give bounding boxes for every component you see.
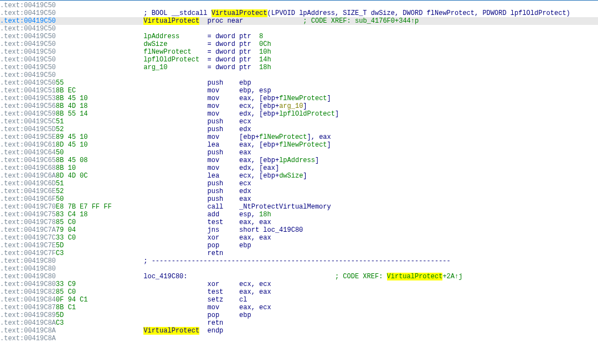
address[interactable]: .text:00419C5E xyxy=(0,133,56,141)
instruction[interactable]: push eax xyxy=(143,149,251,157)
address[interactable]: .text:00419C61 xyxy=(0,141,56,149)
disasm-line[interactable]: .text:00419C59 8B 55 14 mov edx, [ebp+lp… xyxy=(0,110,598,118)
disasm-line[interactable]: .text:00419C82 85 C0 test eax, eax xyxy=(0,288,598,296)
disasm-line[interactable]: .text:00419C78 85 C0 test eax, eax xyxy=(0,219,598,226)
disasm-line[interactable]: .text:00419C7A 79 04 jns short loc_419C8… xyxy=(0,226,598,234)
address[interactable]: .text:00419C5C xyxy=(0,118,56,126)
address[interactable]: .text:00419C6D xyxy=(0,180,56,188)
address[interactable]: .text:00419C5D xyxy=(0,126,56,133)
instruction[interactable]: retn xyxy=(143,319,223,327)
address[interactable]: .text:00419C50 xyxy=(0,33,56,40)
instruction[interactable]: test eax, eax xyxy=(143,288,271,296)
address[interactable]: .text:00419C50 xyxy=(0,17,56,25)
disasm-line[interactable]: .text:00419C80 xyxy=(0,265,598,273)
address[interactable]: .text:00419C50 xyxy=(0,64,56,71)
disasm-line[interactable]: .text:00419C6E 52 push edx xyxy=(0,188,598,195)
instruction[interactable]: jns short loc_419C80 xyxy=(143,226,303,234)
address[interactable]: .text:00419C87 xyxy=(0,304,56,311)
address[interactable]: .text:00419C70 xyxy=(0,203,56,211)
address[interactable]: .text:00419C50 xyxy=(0,2,56,9)
highlighted-symbol[interactable]: VirtualProtect xyxy=(387,273,443,280)
instruction[interactable]: arg_10 = dword ptr 18h xyxy=(143,64,271,71)
disasm-line[interactable]: .text:00419C5E 89 45 10 mov [ebp+flNewPr… xyxy=(0,133,598,141)
disasm-line[interactable]: .text:00419C50 lpAddress = dword ptr 8 xyxy=(0,33,598,40)
instruction[interactable]: loc_419C80: ; CODE XREF: VirtualProtect+… xyxy=(143,273,462,280)
disasm-line[interactable]: .text:00419C6D 51 push ecx xyxy=(0,180,598,188)
instruction[interactable]: push eax xyxy=(143,195,251,203)
disasm-line[interactable]: .text:00419C5D 52 push edx xyxy=(0,126,598,133)
address[interactable]: .text:00419C50 xyxy=(0,71,56,79)
disasm-line[interactable]: .text:00419C6F 50 push eax xyxy=(0,195,598,203)
address[interactable]: .text:00419C59 xyxy=(0,110,56,118)
address[interactable]: .text:00419C6A xyxy=(0,172,56,180)
disasm-line[interactable]: .text:00419C75 83 C4 18 add esp, 18h xyxy=(0,211,598,219)
disasm-line[interactable]: .text:00419C50 dwSize = dword ptr 0Ch xyxy=(0,40,598,48)
address[interactable]: .text:00419C68 xyxy=(0,164,56,172)
disasm-line[interactable]: .text:00419C80 33 C9 xor ecx, ecx xyxy=(0,280,598,288)
address[interactable]: .text:00419C80 xyxy=(0,280,56,288)
disasm-line[interactable]: .text:00419C6A 8D 4D 0C lea ecx, [ebp+dw… xyxy=(0,172,598,180)
instruction[interactable]: mov eax, [ebp+lpAddress] xyxy=(143,157,319,164)
disasm-line[interactable]: .text:00419C5C 51 push ecx xyxy=(0,118,598,126)
instruction[interactable]: push ecx xyxy=(143,180,251,188)
instruction[interactable]: retn xyxy=(143,249,223,257)
instruction[interactable]: push ecx xyxy=(143,118,251,126)
address[interactable]: .text:00419C8A xyxy=(0,319,56,327)
instruction[interactable]: lea eax, [ebp+flNewProtect] xyxy=(143,141,331,149)
address[interactable]: .text:00419C50 xyxy=(0,25,56,33)
disasm-line[interactable]: .text:00419C80 loc_419C80: ; CODE XREF: … xyxy=(0,273,598,280)
instruction[interactable]: test eax, eax xyxy=(143,219,271,226)
address[interactable]: .text:00419C7E xyxy=(0,242,56,249)
address[interactable]: .text:00419C84 xyxy=(0,296,56,304)
disasm-line[interactable]: .text:00419C84 0F 94 C1 setz cl xyxy=(0,296,598,304)
instruction[interactable]: lpflOldProtect = dword ptr 14h xyxy=(143,56,271,64)
address[interactable]: .text:00419C50 xyxy=(0,40,56,48)
disasm-line[interactable]: .text:00419C8A xyxy=(0,335,598,342)
address[interactable]: .text:00419C50 xyxy=(0,9,56,17)
instruction[interactable]: xor ecx, ecx xyxy=(143,280,271,288)
address[interactable]: .text:00419C80 xyxy=(0,257,56,265)
instruction[interactable]: ; BOOL __stdcall VirtualProtect(LPVOID l… xyxy=(143,9,570,17)
disasm-line[interactable]: .text:00419C89 5D pop ebp xyxy=(0,311,598,319)
disasm-line[interactable]: .text:00419C87 8B C1 mov eax, ecx xyxy=(0,304,598,311)
instruction[interactable]: VirtualProtect proc near ; CODE XREF: su… xyxy=(143,17,419,25)
address[interactable]: .text:00419C6E xyxy=(0,188,56,195)
highlighted-symbol[interactable]: VirtualProtect xyxy=(143,327,199,335)
address[interactable]: .text:00419C80 xyxy=(0,273,56,280)
disasm-line[interactable]: .text:00419C53 8B 45 10 mov eax, [ebp+fl… xyxy=(0,95,598,102)
address[interactable]: .text:00419C50 xyxy=(0,48,56,56)
instruction[interactable]: lpAddress = dword ptr 8 xyxy=(143,33,263,40)
instruction[interactable]: mov ecx, [ebp+arg_10] xyxy=(143,102,307,110)
disasm-line[interactable]: .text:00419C70 E8 7B E7 FF FF call _NtPr… xyxy=(0,203,598,211)
address[interactable]: .text:00419C7C xyxy=(0,234,56,242)
highlighted-symbol[interactable]: VirtualPr xyxy=(143,17,179,25)
instruction[interactable]: mov ebp, esp xyxy=(143,87,271,95)
disasm-line[interactable]: .text:00419C56 8B 4D 18 mov ecx, [ebp+ar… xyxy=(0,102,598,110)
address[interactable]: .text:00419C50 xyxy=(0,79,56,87)
address[interactable]: .text:00419C50 xyxy=(0,56,56,64)
disasm-line[interactable]: .text:00419C50 55 push ebp xyxy=(0,79,598,87)
address[interactable]: .text:00419C64 xyxy=(0,149,56,157)
address[interactable]: .text:00419C7F xyxy=(0,249,56,257)
address[interactable]: .text:00419C82 xyxy=(0,288,56,296)
address[interactable]: .text:00419C8A xyxy=(0,335,56,342)
disasm-line[interactable]: .text:00419C80 ; -----------------------… xyxy=(0,257,598,265)
disasm-line[interactable]: .text:00419C61 8D 45 10 lea eax, [ebp+fl… xyxy=(0,141,598,149)
address[interactable]: .text:00419C75 xyxy=(0,211,56,219)
disasm-line[interactable]: .text:00419C65 8B 45 08 mov eax, [ebp+lp… xyxy=(0,157,598,164)
disassembly-listing[interactable]: .text:00419C50 .text:00419C50 ; BOOL __s… xyxy=(0,0,598,342)
instruction[interactable]: pop ebp xyxy=(143,311,251,319)
disasm-line[interactable]: .text:00419C7F C3 retn xyxy=(0,249,598,257)
disasm-line[interactable]: .text:00419C50 VirtualProtect proc near … xyxy=(0,17,598,25)
instruction[interactable]: push edx xyxy=(143,188,251,195)
disasm-line[interactable]: .text:00419C68 8B 10 mov edx, [eax] xyxy=(0,164,598,172)
disasm-line[interactable]: .text:00419C64 50 push eax xyxy=(0,149,598,157)
address[interactable]: .text:00419C51 xyxy=(0,87,56,95)
address[interactable]: .text:00419C89 xyxy=(0,311,56,319)
highlighted-symbol[interactable]: VirtualProtect xyxy=(212,9,267,17)
address[interactable]: .text:00419C56 xyxy=(0,102,56,110)
instruction[interactable]: add esp, 18h xyxy=(143,211,271,219)
disasm-line[interactable]: .text:00419C51 8B EC mov ebp, esp xyxy=(0,87,598,95)
disasm-line[interactable]: .text:00419C50 xyxy=(0,25,598,33)
address[interactable]: .text:00419C53 xyxy=(0,95,56,102)
